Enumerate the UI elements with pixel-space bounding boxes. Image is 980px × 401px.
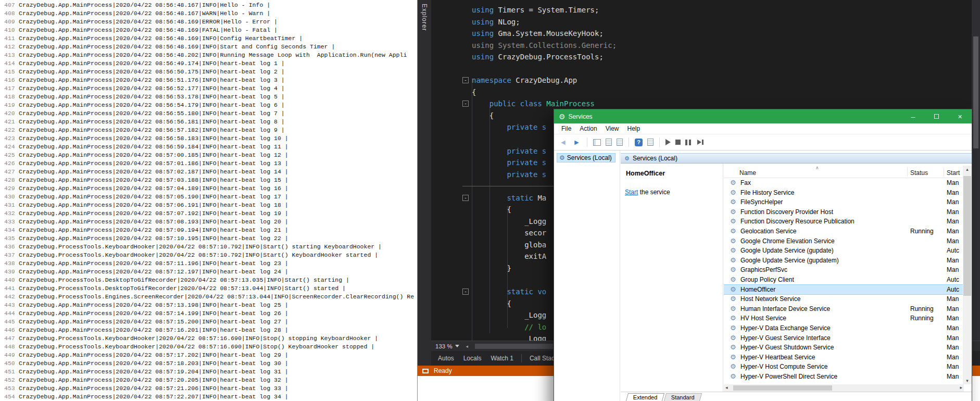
service-row[interactable]: ⚙Function Discovery Resource Publication… bbox=[724, 217, 964, 227]
service-row[interactable]: ⚙Group Policy ClientAutc bbox=[724, 275, 964, 285]
title-bar[interactable]: ⚙ Services –× bbox=[554, 109, 972, 123]
start-service-icon[interactable] bbox=[665, 139, 671, 145]
properties-icon[interactable] bbox=[617, 139, 623, 146]
code-line: -public class MainProcess bbox=[431, 98, 972, 110]
service-startup-type: Man bbox=[947, 236, 959, 246]
tree-item-services-local[interactable]: ⚙ Services (Local) bbox=[557, 153, 615, 162]
help-doc-icon[interactable] bbox=[647, 139, 654, 146]
column-header-status[interactable]: Status bbox=[910, 169, 928, 177]
scrollbar-thumb[interactable] bbox=[973, 36, 978, 148]
code-text: using CrazyDebug.ProcessTools; bbox=[472, 53, 604, 61]
log-line: 422CrazyDebug.App.MainProcess|2020/04/22… bbox=[0, 126, 417, 134]
service-row[interactable]: ⚙Geolocation ServiceRunningMan bbox=[724, 227, 964, 236]
service-gear-icon: ⚙ bbox=[730, 305, 736, 313]
code-token: { bbox=[489, 111, 494, 120]
menu-file[interactable]: File bbox=[557, 125, 575, 132]
scroll-right-icon[interactable]: ▸ bbox=[960, 385, 962, 390]
log-line: 453CrazyDebug.App.MainProcess|2020/04/22… bbox=[0, 384, 417, 393]
service-row[interactable]: ⚙Google Chrome Elevation ServiceMan bbox=[724, 236, 964, 246]
editor-vertical-scrollbar[interactable] bbox=[972, 0, 980, 341]
fold-collapse-toggle-icon[interactable]: - bbox=[462, 289, 469, 295]
log-text: CrazyDebug.App.MainProcess|2020/04/22 08… bbox=[19, 193, 288, 201]
panel-tab-autos[interactable]: Autos bbox=[433, 355, 459, 362]
service-row[interactable]: ⚙Hyper-V Host Compute ServiceMan bbox=[724, 362, 964, 372]
line-number: 427 bbox=[0, 168, 17, 176]
list-vertical-scrollbar[interactable]: ▴ ▾ bbox=[963, 166, 972, 384]
scrollbar-thumb[interactable] bbox=[963, 176, 971, 296]
fold-collapse-toggle-icon[interactable]: - bbox=[462, 101, 469, 107]
log-text: CrazyDebug.App.MainProcess|2020/04/22 08… bbox=[19, 143, 288, 151]
status-text: Ready bbox=[434, 367, 452, 374]
code-text: { bbox=[472, 111, 494, 120]
back-arrow-icon[interactable]: ◄ bbox=[559, 138, 568, 146]
export-list-icon[interactable] bbox=[606, 139, 612, 146]
log-text: CrazyDebug.App.MainProcess|2020/04/22 08… bbox=[19, 76, 285, 84]
list-header-row: NameStatusStart∧ bbox=[724, 166, 964, 178]
start-service-link[interactable]: Start bbox=[625, 189, 638, 196]
menu-bar: FileActionViewHelp bbox=[554, 123, 972, 134]
scroll-up-icon[interactable]: ▴ bbox=[963, 167, 972, 172]
code-text: // lo bbox=[472, 323, 546, 331]
code-token: private s bbox=[507, 158, 546, 167]
show-console-tree-icon[interactable] bbox=[593, 139, 601, 146]
minimize-button[interactable]: – bbox=[901, 109, 925, 123]
scroll-left-icon[interactable]: ◂ bbox=[463, 344, 471, 349]
service-row[interactable]: ⚙FaxMan bbox=[724, 178, 964, 188]
service-row[interactable]: ⚙Google Update Service (gupdate)Autc bbox=[724, 246, 964, 256]
service-row[interactable]: ⚙Hyper-V Data Exchange ServiceMan bbox=[724, 323, 964, 333]
column-header-name[interactable]: Name bbox=[739, 169, 756, 177]
forward-arrow-icon[interactable]: ► bbox=[572, 138, 581, 146]
service-row[interactable]: ⚙Hyper-V PowerShell Direct ServiceMan bbox=[724, 372, 964, 382]
line-number: 437 bbox=[0, 251, 17, 259]
log-line: 441CrazyDebug.ProcessTools.DesktopToGifR… bbox=[0, 284, 417, 293]
scrollbar-thumb[interactable] bbox=[733, 385, 832, 391]
code-text: using System.Collections.Generic; bbox=[472, 41, 617, 49]
fold-collapse-toggle-icon[interactable]: - bbox=[462, 195, 469, 201]
line-number: 443 bbox=[0, 301, 17, 309]
service-row[interactable]: ⚙Human Interface Device ServiceRunningMa… bbox=[724, 304, 964, 314]
service-row[interactable]: ⚙Hyper-V Heartbeat ServiceMan bbox=[724, 353, 964, 362]
help-icon[interactable]: ? bbox=[635, 139, 643, 146]
maximize-button[interactable] bbox=[925, 109, 948, 123]
menu-view[interactable]: View bbox=[601, 125, 623, 132]
service-row[interactable]: ⚙FileSyncHelperMan bbox=[724, 197, 964, 207]
view-tab-label: Standard bbox=[671, 394, 695, 400]
line-number: 423 bbox=[0, 134, 17, 143]
list-horizontal-scrollbar[interactable]: ◂ ▸ bbox=[724, 384, 964, 392]
column-header-startup-type[interactable]: Start bbox=[947, 169, 960, 177]
restart-service-icon[interactable] bbox=[696, 138, 705, 146]
zoom-control[interactable]: 133 % bbox=[431, 343, 463, 349]
scroll-left-icon[interactable]: ◂ bbox=[725, 385, 728, 390]
panel-tab-locals[interactable]: Locals bbox=[459, 355, 486, 362]
fold-collapse-toggle-icon[interactable]: - bbox=[462, 77, 469, 83]
service-row[interactable]: ⚙Google Update Service (gupdatem)Man bbox=[724, 256, 964, 266]
view-tab-standard[interactable]: Standard bbox=[664, 393, 702, 401]
panel-tab-watch-1[interactable]: Watch 1 bbox=[486, 355, 518, 362]
stop-service-icon[interactable] bbox=[675, 140, 681, 145]
scrollbar-thumb[interactable] bbox=[475, 344, 553, 349]
pause-service-icon[interactable] bbox=[685, 140, 691, 145]
service-row[interactable]: ⚙Hyper-V Guest Service InterfaceMan bbox=[724, 333, 964, 343]
service-row[interactable]: ⚙GraphicsPerfSvcMan bbox=[724, 265, 964, 275]
menu-action[interactable]: Action bbox=[575, 125, 601, 132]
service-name: Hyper-V Data Exchange Service bbox=[740, 323, 831, 333]
service-row[interactable]: ⚙HV Host ServiceRunningMan bbox=[724, 314, 964, 323]
close-button[interactable]: × bbox=[948, 109, 972, 123]
view-tab-extended[interactable]: Extended bbox=[626, 393, 665, 401]
service-startup-type: Man bbox=[947, 353, 959, 362]
line-number: 434 bbox=[0, 226, 17, 234]
menu-help[interactable]: Help bbox=[623, 125, 645, 132]
service-row[interactable]: ⚙Host Network ServiceMan bbox=[724, 294, 964, 304]
service-startup-type: Man bbox=[947, 323, 959, 333]
code-text: _Logg bbox=[472, 217, 546, 225]
service-name: FileSyncHelper bbox=[740, 197, 783, 207]
log-text: CrazyDebug.App.MainProcess|2020/04/22 08… bbox=[19, 9, 270, 18]
service-row[interactable]: ⚙Function Discovery Provider HostMan bbox=[724, 207, 964, 217]
service-row[interactable]: ⚙Hyper-V Guest Shutdown ServiceMan bbox=[724, 343, 964, 353]
service-row[interactable]: ⚙File History ServiceMan bbox=[724, 188, 964, 198]
explorer-collapsed-tab[interactable]: Explorer bbox=[421, 4, 428, 31]
service-startup-type: Man bbox=[947, 197, 959, 207]
service-name: Function Discovery Provider Host bbox=[740, 207, 833, 217]
scroll-down-icon[interactable]: ▾ bbox=[963, 378, 972, 383]
service-row[interactable]: ⚙HomeOfficerAutc bbox=[724, 285, 964, 295]
